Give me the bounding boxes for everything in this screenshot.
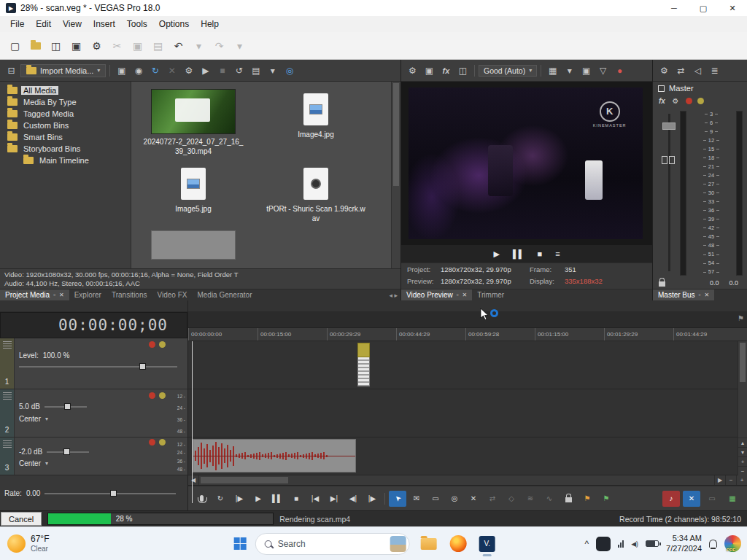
network-icon[interactable] [618, 540, 624, 548]
cancel-button[interactable]: Cancel [1, 512, 42, 526]
play-from-start-button[interactable]: |▶ [231, 491, 248, 507]
slider-handle[interactable] [64, 403, 71, 410]
menu-edit[interactable]: Edit [30, 18, 57, 31]
video-track-lane[interactable] [188, 341, 747, 389]
close-tab-icon[interactable]: ✕ [704, 292, 709, 298]
grid-overlay-button[interactable]: ▦ [545, 63, 560, 78]
solo-button[interactable] [159, 341, 166, 348]
media-views-button[interactable]: ▤ [248, 63, 263, 78]
audio-track-header[interactable]: 3 -2.0 dB Center ▾ 12243648 [0, 438, 187, 475]
start-preview-button[interactable]: ▶ [198, 63, 213, 78]
slider-handle[interactable] [139, 363, 146, 370]
tab-project-media[interactable]: Project Media▫✕ [0, 289, 69, 301]
tree-item-tagged-media[interactable]: Tagged Media [0, 108, 131, 120]
mute-button[interactable] [149, 341, 155, 348]
fx-button[interactable]: fx [659, 97, 665, 105]
media-views-dropdown[interactable]: ▾ [265, 63, 280, 78]
copy-snapshot-button[interactable]: ▣ [578, 63, 594, 78]
render-as-button[interactable]: ▣ [67, 36, 85, 55]
zoom-in-button[interactable]: + [736, 475, 747, 485]
solo-button[interactable] [159, 439, 166, 446]
close-button[interactable]: ✕ [718, 0, 747, 16]
rate-slider[interactable] [44, 489, 176, 497]
pan-dropdown-icon[interactable]: ▾ [45, 460, 48, 467]
menu-tools[interactable]: Tools [121, 18, 153, 31]
float-window-icon[interactable]: ▫ [457, 292, 459, 298]
marker-bar[interactable]: ⚑ [188, 312, 747, 328]
taskbar-app-explorer[interactable] [419, 534, 439, 554]
split-screen-view-button[interactable]: ◫ [455, 63, 471, 78]
undo-button[interactable]: ↶ [169, 36, 187, 55]
mute-button[interactable] [149, 439, 155, 446]
tab-video-fx[interactable]: Video FX [152, 289, 192, 301]
play-button[interactable]: ▶ [249, 491, 267, 507]
scroll-up-button[interactable]: ▴ [738, 438, 747, 447]
close-tab-icon[interactable]: ✕ [462, 292, 468, 298]
loop-playback-button[interactable]: ↻ [212, 491, 229, 507]
search-box[interactable]: Search [255, 533, 410, 555]
audio-track-lane[interactable] [188, 438, 747, 475]
insert-marker-button[interactable]: ⚑ [578, 491, 596, 507]
tab-master-bus[interactable]: Master Bus ▫ ✕ [653, 289, 714, 301]
scrollbar-track[interactable] [199, 475, 714, 485]
search-media-button[interactable]: ◎ [282, 63, 297, 78]
preview-play-button[interactable]: ▶ [493, 249, 499, 259]
import-media-button[interactable]: Import Media... ▾ [20, 64, 106, 77]
auto-preview-button[interactable]: ↺ [231, 63, 247, 78]
taskbar-app-firefox[interactable] [448, 534, 468, 554]
zoom-out-track-button[interactable]: − [738, 466, 747, 475]
horizontal-scrollbar[interactable]: ◀ ▶ − + [188, 475, 747, 486]
tree-item-custom-bins[interactable]: Custom Bins [0, 120, 131, 131]
envelope-edit-tool[interactable]: ✉ [408, 491, 425, 507]
capture-video-button[interactable]: ▣ [114, 63, 129, 78]
tab-media-generator[interactable]: Media Generator [192, 289, 257, 301]
tree-item-storyboard-bins[interactable]: Storyboard Bins [0, 143, 131, 155]
thumbnails-scrollbar[interactable] [391, 82, 400, 268]
tab-transitions[interactable]: Transitions [107, 289, 152, 301]
float-window-icon[interactable]: ▫ [53, 292, 55, 298]
master-fader[interactable] [660, 111, 678, 276]
tray-app-icon[interactable] [596, 537, 611, 551]
preview-settings-button[interactable]: ⚙ [405, 63, 420, 78]
close-tab-icon[interactable]: ✕ [59, 292, 64, 298]
volume-slider[interactable] [47, 448, 89, 456]
downmix-output-button[interactable]: ⇄ [673, 63, 689, 78]
preview-pause-button[interactable]: ▌▌ [513, 249, 525, 258]
solo-button[interactable] [159, 392, 166, 399]
zoom-in-track-button[interactable]: + [738, 456, 747, 466]
media-item[interactable]: Image5.jpg [139, 163, 248, 223]
search-highlight-image[interactable] [390, 536, 406, 552]
scroll-down-button[interactable]: ▾ [738, 447, 747, 456]
dock-icon[interactable]: ⊟ [4, 63, 19, 78]
zoom-out-button[interactable]: − [725, 475, 736, 485]
project-properties-button[interactable]: ⚙ [88, 36, 106, 55]
external-monitor-button[interactable]: ▣ [422, 63, 437, 78]
start-button[interactable] [234, 537, 247, 550]
lock-envelopes-button[interactable] [560, 491, 577, 507]
extract-audio-button[interactable]: ◉ [131, 63, 146, 78]
selection-edit-tool[interactable]: ▭ [427, 491, 444, 507]
tab-explorer[interactable]: Explorer [69, 289, 107, 301]
hidden-icons-chevron[interactable]: ^ [585, 539, 589, 549]
scrollbar-thumb[interactable] [740, 343, 746, 382]
tree-item-all-media[interactable]: All Media [0, 85, 131, 96]
video-event[interactable] [357, 343, 370, 386]
channel-link-icon[interactable] [662, 156, 675, 164]
mute-button[interactable] [686, 98, 692, 104]
slider-handle[interactable] [63, 448, 70, 455]
go-to-end-button[interactable]: ▶| [325, 491, 343, 507]
maximize-button[interactable]: ▢ [689, 0, 718, 16]
save-project-button[interactable]: ◫ [47, 36, 65, 55]
fader-handle[interactable] [662, 122, 676, 130]
audio-track-lane[interactable] [188, 389, 747, 438]
time-ruler[interactable]: 00:00:00:0000:00:15:0000:00:29:2900:00:4… [188, 328, 747, 341]
meter-options-button[interactable]: ≣ [707, 63, 722, 78]
zoom-edit-tool[interactable]: ◎ [446, 491, 463, 507]
get-media-from-web-button[interactable]: ↻ [147, 63, 163, 78]
vertical-scrollbar[interactable]: ▴ ▾ + − [738, 341, 747, 475]
minimize-button[interactable]: ─ [659, 0, 689, 16]
tab-trimmer[interactable]: Trimmer [472, 289, 509, 301]
menu-help[interactable]: Help [195, 18, 225, 31]
menu-view[interactable]: View [57, 18, 88, 31]
record-button[interactable] [193, 491, 210, 507]
